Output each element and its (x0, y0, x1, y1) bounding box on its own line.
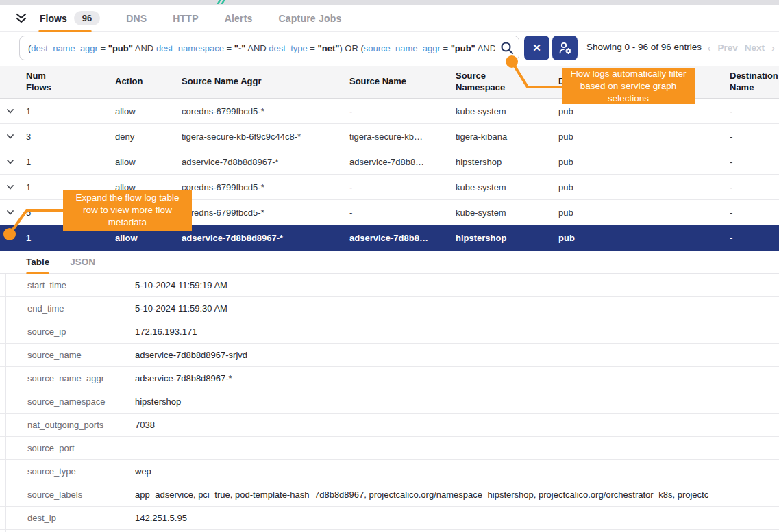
detail-row: source_typewep (0, 460, 779, 483)
entries-count-text: Showing 0 - 96 of 96 entries (586, 42, 702, 52)
strip-fragment (217, 0, 221, 4)
cell-src_aggr: coredns-6799fbcd5-* (182, 207, 349, 218)
detail-subtabs: Table JSON (0, 251, 779, 274)
detail-row: source_name_aggradservice-7d8b8d8967-* (0, 367, 779, 390)
query-token: AND (133, 43, 156, 53)
cell-src_ns: hipstershop (456, 233, 558, 243)
cell-dest: - (730, 207, 779, 218)
query-token: = (98, 43, 108, 53)
cell-action: allow (115, 233, 182, 243)
search-icon[interactable] (495, 36, 519, 60)
prev-chevron-icon: ‹ (707, 42, 710, 53)
tab-flows-label: Flows (40, 13, 67, 24)
col-source-namespace: Source Namespace (456, 71, 521, 94)
next-button[interactable]: Next (745, 42, 765, 53)
tooltip-flow-logs-filter: Flow logs automatically filter based on … (562, 68, 695, 104)
expand-row-chevron-icon[interactable] (5, 182, 15, 192)
detail-value: wep (135, 466, 779, 477)
cell-num: 1 (26, 233, 115, 243)
expand-row-chevron-icon[interactable] (5, 106, 15, 116)
flow-row[interactable]: 1allowadservice-7d8b8d8967-*adservice-7d… (0, 149, 779, 175)
query-token: "pub" (451, 43, 475, 53)
col-destination-name: Destination Name (730, 71, 779, 94)
tab-http[interactable]: HTTP (173, 13, 198, 24)
detail-key: dest_ip (0, 513, 135, 523)
cell-src_aggr: coredns-6799fbcd5-* (182, 182, 349, 192)
cell-action: allow (115, 106, 182, 116)
detail-row: start_time5-10-2024 11:59:19 AM (0, 274, 779, 297)
cell-action: deny (115, 131, 182, 142)
cell-src_aggr: coredns-6799fbcd5-* (182, 106, 349, 116)
cell-dest: - (730, 182, 779, 192)
detail-row: source_ip172.16.193.171 (0, 320, 779, 344)
subtab-json-label: JSON (70, 257, 95, 267)
cell-src: - (349, 207, 456, 218)
detail-key: source_name (0, 350, 135, 360)
subtab-table-label: Table (26, 257, 49, 267)
subtab-table[interactable]: Table (26, 251, 49, 274)
tab-dns[interactable]: DNS (126, 13, 147, 24)
cell-src: adservice-7d8b8… (349, 157, 456, 167)
col-num-flows: Num Flows (26, 71, 62, 94)
cell-src_aggr: adservice-7d8b8d8967-* (182, 157, 349, 167)
detail-row: nat_outgoing_ports7038 (0, 414, 779, 437)
query-token: "net" (318, 43, 340, 53)
flows-count-badge: 96 (74, 11, 100, 25)
tooltip-text: Flow logs automatically filter based on … (569, 68, 688, 105)
cell-src_ns: tigera-kibana (456, 131, 558, 142)
filter-row: (dest_name_aggr = "pub" AND dest_namespa… (0, 32, 779, 66)
cell-src_ns: kube-system (456, 106, 558, 116)
detail-row: dest_ip142.251.5.95 (0, 507, 779, 530)
flow-row[interactable]: 3denytigera-secure-kb-6f9c9c44c8-*tigera… (0, 124, 779, 149)
subtab-json[interactable]: JSON (70, 251, 95, 274)
top-cutoff-strip (0, 0, 779, 5)
cell-dest_aggr: pub (558, 157, 730, 167)
query-token: = (308, 43, 318, 53)
cell-src_ns: hipstershop (456, 157, 558, 167)
detail-value: 142.251.5.95 (135, 513, 779, 523)
cell-action: allow (115, 157, 182, 167)
detail-key: source_ip (0, 327, 135, 337)
detail-row: source_namespacehipstershop (0, 390, 779, 414)
cell-dest: - (730, 233, 779, 243)
query-token: "pub" (108, 43, 133, 53)
flow-logs-panel: Flows 96 DNS HTTP Alerts Capture Jobs (d… (0, 0, 779, 532)
query-text: (dest_name_aggr = "pub" AND dest_namespa… (20, 43, 495, 53)
expand-row-chevron-icon[interactable] (5, 207, 15, 217)
tab-alerts[interactable]: Alerts (225, 13, 253, 24)
col-source-name: Source Name (349, 76, 406, 86)
detail-key: source_labels (0, 490, 135, 500)
flow-detail-table: start_time5-10-2024 11:59:19 AMend_time5… (0, 274, 779, 530)
tab-capture-jobs[interactable]: Capture Jobs (279, 13, 342, 24)
detail-key: source_name_aggr (0, 373, 135, 383)
expand-row-chevron-icon[interactable] (5, 131, 15, 141)
user-settings-button[interactable] (552, 36, 578, 60)
cell-src_aggr: tigera-secure-kb-6f9c9c44c8-* (182, 131, 349, 142)
tab-flows[interactable]: Flows 96 (40, 5, 100, 32)
clear-filter-button[interactable]: ✕ (524, 36, 549, 60)
expand-row-chevron-icon[interactable] (5, 157, 15, 166)
log-type-tabbar: Flows 96 DNS HTTP Alerts Capture Jobs (0, 5, 779, 32)
query-search-input[interactable]: (dest_name_aggr = "pub" AND dest_namespa… (19, 36, 519, 60)
cell-dest: - (730, 157, 779, 167)
cell-src: - (349, 106, 456, 116)
col-action: Action (115, 76, 143, 86)
query-token: dest_namespace (156, 43, 224, 53)
detail-row: source_labelsapp=adservice, pci=true, po… (0, 483, 779, 507)
query-token: AND (475, 43, 495, 53)
cell-dest_aggr: pub (558, 182, 730, 192)
collapse-panel-double-chevron-icon[interactable] (14, 11, 29, 26)
detail-key: source_type (0, 466, 135, 477)
user-gear-icon (558, 40, 573, 55)
cell-src: tigera-secure-kb… (349, 131, 456, 142)
cell-src: adservice-7d8b8… (349, 233, 456, 243)
cell-src_aggr: adservice-7d8b8d8967-* (182, 233, 349, 243)
detail-value: 172.16.193.171 (135, 327, 779, 337)
prev-button[interactable]: Prev (717, 42, 737, 53)
cell-dest_aggr: pub (558, 233, 730, 243)
detail-value: app=adservice, pci=true, pod-template-ha… (135, 490, 779, 500)
tooltip-text: Expand the flow log table row to view mo… (70, 192, 185, 229)
cell-num: 1 (26, 106, 115, 116)
detail-key: source_port (0, 443, 135, 453)
next-chevron-icon: › (771, 42, 775, 53)
